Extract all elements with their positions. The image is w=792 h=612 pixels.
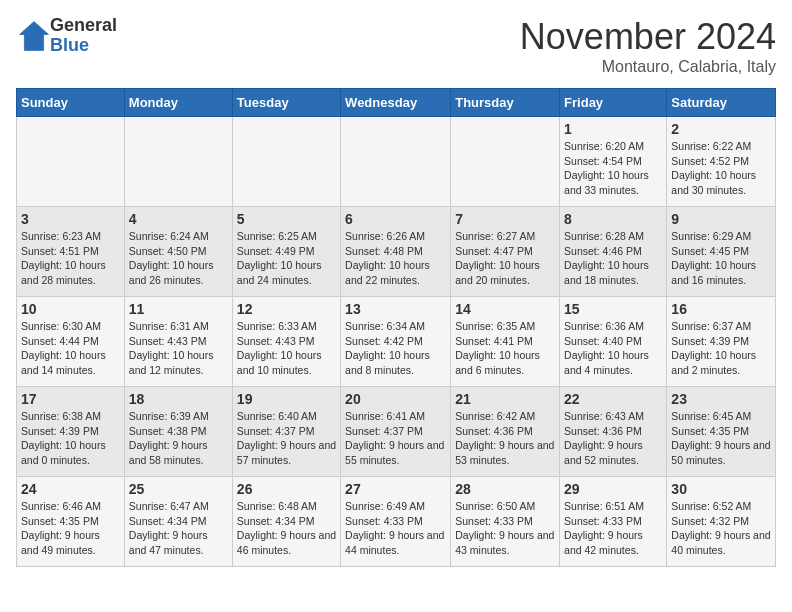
day-info: Sunrise: 6:36 AM Sunset: 4:40 PM Dayligh… (564, 319, 662, 378)
title-section: November 2024 Montauro, Calabria, Italy (520, 16, 776, 76)
logo-general: General (50, 16, 117, 36)
calendar-cell: 10Sunrise: 6:30 AM Sunset: 4:44 PM Dayli… (17, 297, 125, 387)
calendar-cell: 5Sunrise: 6:25 AM Sunset: 4:49 PM Daylig… (232, 207, 340, 297)
calendar-week-row: 10Sunrise: 6:30 AM Sunset: 4:44 PM Dayli… (17, 297, 776, 387)
calendar-cell: 1Sunrise: 6:20 AM Sunset: 4:54 PM Daylig… (560, 117, 667, 207)
logo: General Blue (16, 16, 117, 56)
calendar-cell: 6Sunrise: 6:26 AM Sunset: 4:48 PM Daylig… (341, 207, 451, 297)
day-info: Sunrise: 6:49 AM Sunset: 4:33 PM Dayligh… (345, 499, 446, 558)
calendar-cell: 16Sunrise: 6:37 AM Sunset: 4:39 PM Dayli… (667, 297, 776, 387)
day-number: 30 (671, 481, 771, 497)
day-number: 20 (345, 391, 446, 407)
calendar-cell: 30Sunrise: 6:52 AM Sunset: 4:32 PM Dayli… (667, 477, 776, 567)
day-info: Sunrise: 6:39 AM Sunset: 4:38 PM Dayligh… (129, 409, 228, 468)
day-number: 27 (345, 481, 446, 497)
day-info: Sunrise: 6:30 AM Sunset: 4:44 PM Dayligh… (21, 319, 120, 378)
day-number: 19 (237, 391, 336, 407)
day-number: 14 (455, 301, 555, 317)
calendar-cell (124, 117, 232, 207)
day-info: Sunrise: 6:28 AM Sunset: 4:46 PM Dayligh… (564, 229, 662, 288)
day-number: 2 (671, 121, 771, 137)
day-number: 24 (21, 481, 120, 497)
day-number: 23 (671, 391, 771, 407)
day-of-week-header: Tuesday (232, 89, 340, 117)
day-info: Sunrise: 6:29 AM Sunset: 4:45 PM Dayligh… (671, 229, 771, 288)
calendar-cell: 22Sunrise: 6:43 AM Sunset: 4:36 PM Dayli… (560, 387, 667, 477)
calendar-cell: 19Sunrise: 6:40 AM Sunset: 4:37 PM Dayli… (232, 387, 340, 477)
day-number: 5 (237, 211, 336, 227)
day-info: Sunrise: 6:31 AM Sunset: 4:43 PM Dayligh… (129, 319, 228, 378)
day-number: 22 (564, 391, 662, 407)
logo-icon (18, 20, 50, 52)
calendar-header-row: SundayMondayTuesdayWednesdayThursdayFrid… (17, 89, 776, 117)
day-info: Sunrise: 6:35 AM Sunset: 4:41 PM Dayligh… (455, 319, 555, 378)
day-info: Sunrise: 6:37 AM Sunset: 4:39 PM Dayligh… (671, 319, 771, 378)
day-info: Sunrise: 6:33 AM Sunset: 4:43 PM Dayligh… (237, 319, 336, 378)
calendar-week-row: 3Sunrise: 6:23 AM Sunset: 4:51 PM Daylig… (17, 207, 776, 297)
day-of-week-header: Wednesday (341, 89, 451, 117)
calendar-cell: 7Sunrise: 6:27 AM Sunset: 4:47 PM Daylig… (451, 207, 560, 297)
calendar-cell: 25Sunrise: 6:47 AM Sunset: 4:34 PM Dayli… (124, 477, 232, 567)
day-number: 4 (129, 211, 228, 227)
day-info: Sunrise: 6:23 AM Sunset: 4:51 PM Dayligh… (21, 229, 120, 288)
day-info: Sunrise: 6:24 AM Sunset: 4:50 PM Dayligh… (129, 229, 228, 288)
calendar-cell: 3Sunrise: 6:23 AM Sunset: 4:51 PM Daylig… (17, 207, 125, 297)
calendar-cell (451, 117, 560, 207)
calendar-week-row: 1Sunrise: 6:20 AM Sunset: 4:54 PM Daylig… (17, 117, 776, 207)
day-number: 17 (21, 391, 120, 407)
day-info: Sunrise: 6:50 AM Sunset: 4:33 PM Dayligh… (455, 499, 555, 558)
calendar-cell: 17Sunrise: 6:38 AM Sunset: 4:39 PM Dayli… (17, 387, 125, 477)
calendar-cell: 23Sunrise: 6:45 AM Sunset: 4:35 PM Dayli… (667, 387, 776, 477)
logo-blue: Blue (50, 36, 117, 56)
day-number: 7 (455, 211, 555, 227)
page-header: General Blue November 2024 Montauro, Cal… (16, 16, 776, 76)
day-info: Sunrise: 6:25 AM Sunset: 4:49 PM Dayligh… (237, 229, 336, 288)
calendar-cell (17, 117, 125, 207)
calendar-cell: 21Sunrise: 6:42 AM Sunset: 4:36 PM Dayli… (451, 387, 560, 477)
day-number: 12 (237, 301, 336, 317)
calendar-cell: 18Sunrise: 6:39 AM Sunset: 4:38 PM Dayli… (124, 387, 232, 477)
calendar-cell: 24Sunrise: 6:46 AM Sunset: 4:35 PM Dayli… (17, 477, 125, 567)
day-of-week-header: Saturday (667, 89, 776, 117)
day-number: 21 (455, 391, 555, 407)
day-number: 1 (564, 121, 662, 137)
calendar-cell: 26Sunrise: 6:48 AM Sunset: 4:34 PM Dayli… (232, 477, 340, 567)
day-number: 18 (129, 391, 228, 407)
day-info: Sunrise: 6:27 AM Sunset: 4:47 PM Dayligh… (455, 229, 555, 288)
day-info: Sunrise: 6:42 AM Sunset: 4:36 PM Dayligh… (455, 409, 555, 468)
day-number: 25 (129, 481, 228, 497)
day-info: Sunrise: 6:43 AM Sunset: 4:36 PM Dayligh… (564, 409, 662, 468)
day-number: 10 (21, 301, 120, 317)
calendar-cell: 12Sunrise: 6:33 AM Sunset: 4:43 PM Dayli… (232, 297, 340, 387)
calendar-cell: 20Sunrise: 6:41 AM Sunset: 4:37 PM Dayli… (341, 387, 451, 477)
day-number: 29 (564, 481, 662, 497)
day-number: 8 (564, 211, 662, 227)
location-subtitle: Montauro, Calabria, Italy (520, 58, 776, 76)
day-number: 6 (345, 211, 446, 227)
day-number: 3 (21, 211, 120, 227)
calendar-cell: 15Sunrise: 6:36 AM Sunset: 4:40 PM Dayli… (560, 297, 667, 387)
month-title: November 2024 (520, 16, 776, 58)
day-number: 26 (237, 481, 336, 497)
calendar-week-row: 24Sunrise: 6:46 AM Sunset: 4:35 PM Dayli… (17, 477, 776, 567)
day-info: Sunrise: 6:22 AM Sunset: 4:52 PM Dayligh… (671, 139, 771, 198)
svg-marker-0 (20, 21, 49, 50)
day-number: 16 (671, 301, 771, 317)
day-number: 28 (455, 481, 555, 497)
day-info: Sunrise: 6:20 AM Sunset: 4:54 PM Dayligh… (564, 139, 662, 198)
calendar-table: SundayMondayTuesdayWednesdayThursdayFrid… (16, 88, 776, 567)
day-of-week-header: Thursday (451, 89, 560, 117)
calendar-cell: 8Sunrise: 6:28 AM Sunset: 4:46 PM Daylig… (560, 207, 667, 297)
day-info: Sunrise: 6:47 AM Sunset: 4:34 PM Dayligh… (129, 499, 228, 558)
day-number: 13 (345, 301, 446, 317)
day-number: 9 (671, 211, 771, 227)
calendar-cell (341, 117, 451, 207)
day-of-week-header: Sunday (17, 89, 125, 117)
calendar-cell: 11Sunrise: 6:31 AM Sunset: 4:43 PM Dayli… (124, 297, 232, 387)
day-info: Sunrise: 6:38 AM Sunset: 4:39 PM Dayligh… (21, 409, 120, 468)
day-info: Sunrise: 6:26 AM Sunset: 4:48 PM Dayligh… (345, 229, 446, 288)
day-info: Sunrise: 6:40 AM Sunset: 4:37 PM Dayligh… (237, 409, 336, 468)
day-number: 11 (129, 301, 228, 317)
day-info: Sunrise: 6:41 AM Sunset: 4:37 PM Dayligh… (345, 409, 446, 468)
calendar-cell: 14Sunrise: 6:35 AM Sunset: 4:41 PM Dayli… (451, 297, 560, 387)
